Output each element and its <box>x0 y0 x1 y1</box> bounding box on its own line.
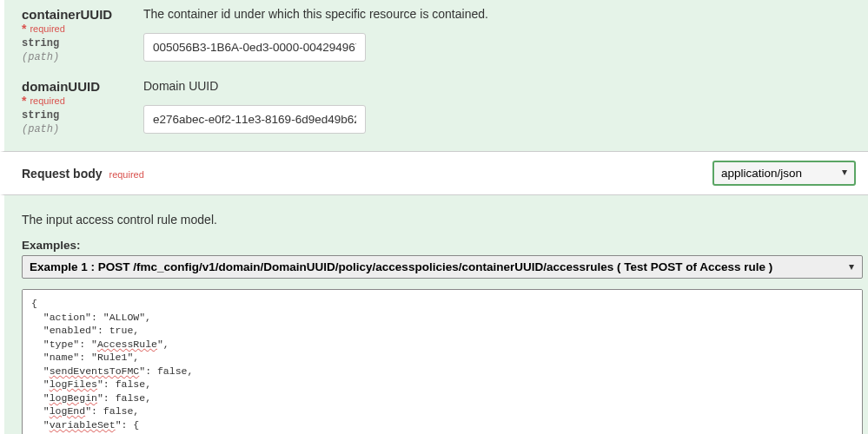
param-content: The container id under which this specif… <box>143 7 851 63</box>
param-meta: containerUUID *required string (path) <box>22 7 143 63</box>
body-desc: The input access control rule model. <box>22 213 856 227</box>
required-text: required <box>30 23 64 34</box>
parameters-section: containerUUID *required string (path) Th… <box>0 0 868 151</box>
examples-label: Examples: <box>22 239 856 252</box>
param-type: string <box>22 109 143 122</box>
example-select[interactable]: Example 1 : POST /fmc_config/v1/domain/D… <box>22 255 863 279</box>
param-meta: domainUUID *required string (path) <box>22 79 143 135</box>
param-name: containerUUID <box>22 7 112 22</box>
param-row-domainUUID: domainUUID *required string (path) Domai… <box>22 63 851 135</box>
required-star: * <box>22 94 26 108</box>
param-name: domainUUID <box>22 79 100 94</box>
content-type-select[interactable]: application/json <box>712 161 856 186</box>
param-location: (path) <box>22 123 143 135</box>
request-body-section: The input access control rule model. Exa… <box>0 195 868 434</box>
required-text: required <box>30 95 64 106</box>
param-location: (path) <box>22 51 143 63</box>
request-body-textarea[interactable]: { "action": "ALLOW", "enabled": true, "t… <box>22 289 863 434</box>
request-body-header: Request body required application/json <box>0 151 868 195</box>
domainUUID-input[interactable] <box>143 105 366 134</box>
param-desc: The container id under which this specif… <box>143 7 851 21</box>
param-desc: Domain UUID <box>143 79 851 93</box>
required-star: * <box>22 22 26 36</box>
containerUUID-input[interactable] <box>143 33 366 62</box>
param-content: Domain UUID <box>143 79 851 135</box>
required-text: required <box>109 169 143 180</box>
request-body-title: Request body <box>22 167 103 181</box>
param-type: string <box>22 37 143 49</box>
param-row-containerUUID: containerUUID *required string (path) Th… <box>22 0 851 63</box>
